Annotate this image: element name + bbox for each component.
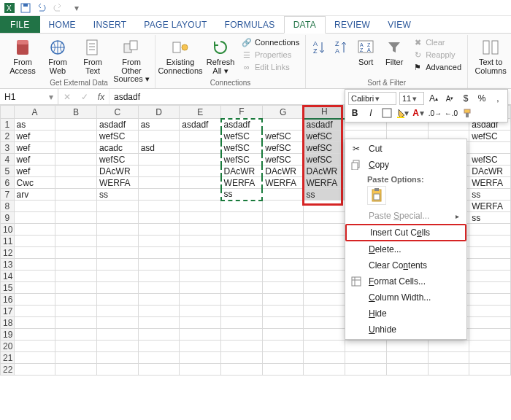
cell-C2[interactable]: wefSC (96, 131, 138, 142)
tab-view[interactable]: VIEW (379, 16, 420, 33)
cell-F5[interactable]: DAcWR (221, 166, 263, 177)
from-web-button[interactable]: From Web (42, 35, 73, 75)
cancel-formula-button[interactable]: ✕ (58, 89, 76, 104)
cell-A8[interactable] (14, 201, 55, 212)
cell-F18[interactable] (221, 317, 263, 329)
cell-H22[interactable] (304, 364, 345, 376)
ctx-paste-special[interactable]: Paste Special...▸ (345, 208, 466, 224)
cell-L14[interactable] (469, 271, 511, 282)
ctx-hide[interactable]: Hide (345, 306, 466, 322)
cell-C4[interactable]: wefSC (96, 154, 138, 166)
cell-C13[interactable] (96, 259, 138, 271)
row-header-18[interactable]: 18 (1, 317, 15, 329)
cell-F21[interactable] (221, 352, 263, 364)
reapply-item[interactable]: ↻Reapply (411, 49, 463, 61)
cell-F9[interactable] (221, 212, 263, 224)
cell-L8[interactable]: WERFA (469, 201, 511, 212)
tab-data[interactable]: DATA (284, 16, 326, 34)
cell-B21[interactable] (55, 352, 97, 364)
cell-K22[interactable] (428, 364, 469, 376)
cell-F8[interactable] (221, 201, 263, 212)
cell-F20[interactable] (221, 341, 263, 352)
cell-A21[interactable] (14, 352, 55, 364)
connections-item[interactable]: 🔗Connections (240, 36, 301, 48)
cell-H8[interactable] (304, 201, 345, 212)
cell-C15[interactable] (96, 282, 138, 294)
cell-E19[interactable] (180, 329, 221, 341)
row-header-19[interactable]: 19 (1, 329, 15, 341)
cell-B10[interactable] (55, 224, 97, 236)
cell-A20[interactable] (14, 341, 55, 352)
cell-I22[interactable] (345, 364, 387, 376)
cell-J22[interactable] (386, 364, 428, 376)
cell-H6[interactable]: WERFA (304, 177, 345, 189)
cell-B11[interactable] (55, 236, 97, 247)
cell-H21[interactable] (304, 352, 345, 364)
row-header-9[interactable]: 9 (1, 212, 15, 224)
cell-E7[interactable] (180, 189, 221, 201)
cell-C7[interactable]: ss (96, 189, 138, 201)
cell-C17[interactable] (96, 306, 138, 317)
cell-F12[interactable] (221, 247, 263, 259)
col-header-H[interactable]: H (304, 106, 345, 119)
font-name-select[interactable]: Calibri▾ (348, 92, 396, 105)
cell-A12[interactable] (14, 247, 55, 259)
from-text-button[interactable]: From Text (77, 35, 108, 75)
cell-G12[interactable] (262, 247, 304, 259)
cell-H19[interactable] (304, 329, 345, 341)
cell-A14[interactable] (14, 271, 55, 282)
ctx-cut[interactable]: ✂Cut (345, 141, 466, 157)
cell-A3[interactable]: wef (14, 142, 55, 154)
cell-B13[interactable] (55, 259, 97, 271)
cell-J20[interactable] (386, 341, 428, 352)
cell-D13[interactable] (138, 259, 180, 271)
cell-G16[interactable] (262, 294, 304, 306)
cell-C1[interactable]: asdadf (96, 119, 138, 131)
cell-E1[interactable]: asdadf (180, 119, 221, 131)
cell-F11[interactable] (221, 236, 263, 247)
cell-C19[interactable] (96, 329, 138, 341)
cell-D9[interactable] (138, 212, 180, 224)
cell-G21[interactable] (262, 352, 304, 364)
col-header-B[interactable]: B (55, 106, 97, 119)
row-header-10[interactable]: 10 (1, 224, 15, 236)
filter-button[interactable]: Filter (382, 35, 407, 67)
cell-B17[interactable] (55, 306, 97, 317)
cell-G5[interactable]: DAcWR (262, 166, 304, 177)
cell-I20[interactable] (345, 341, 387, 352)
cell-L2[interactable]: wefSC (469, 131, 511, 142)
cell-H15[interactable] (304, 282, 345, 294)
cell-C3[interactable]: acadc (96, 142, 138, 154)
cell-C10[interactable] (96, 224, 138, 236)
cell-C12[interactable] (96, 247, 138, 259)
cell-I21[interactable] (345, 352, 387, 364)
cell-C14[interactable] (96, 271, 138, 282)
cell-E10[interactable] (180, 224, 221, 236)
cell-H2[interactable]: wefSC (304, 131, 345, 142)
cell-F10[interactable] (221, 224, 263, 236)
cell-D22[interactable] (138, 364, 180, 376)
cell-E18[interactable] (180, 317, 221, 329)
col-header-F[interactable]: F (221, 106, 263, 119)
cell-A19[interactable] (14, 329, 55, 341)
cell-L4[interactable]: wefSC (469, 154, 511, 166)
cell-H4[interactable]: wefSC (304, 154, 345, 166)
cell-C20[interactable] (96, 341, 138, 352)
cell-L5[interactable]: DAcWR (469, 166, 511, 177)
cell-D12[interactable] (138, 247, 180, 259)
cell-D1[interactable]: as (138, 119, 180, 131)
cell-B2[interactable] (55, 131, 97, 142)
cell-H10[interactable] (304, 224, 345, 236)
row-header-1[interactable]: 1 (1, 119, 15, 131)
cell-A4[interactable]: wef (14, 154, 55, 166)
select-all-corner[interactable] (1, 106, 15, 119)
cell-L18[interactable] (469, 317, 511, 329)
col-header-G[interactable]: G (262, 106, 304, 119)
tab-home[interactable]: HOME (40, 16, 85, 33)
cell-G9[interactable] (262, 212, 304, 224)
cell-E14[interactable] (180, 271, 221, 282)
cell-G2[interactable]: wefSC (262, 131, 304, 142)
row-header-15[interactable]: 15 (1, 282, 15, 294)
row-header-11[interactable]: 11 (1, 236, 15, 247)
col-header-D[interactable]: D (138, 106, 180, 119)
